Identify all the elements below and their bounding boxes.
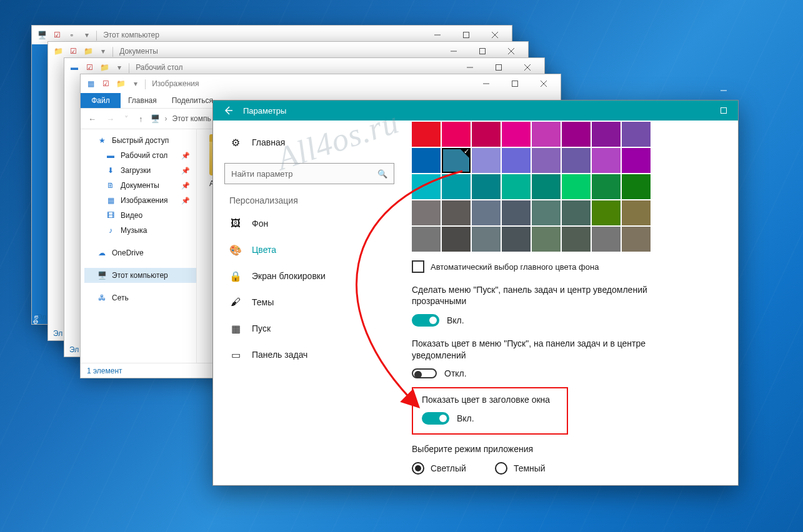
nav-colors[interactable]: 🎨Цвета — [224, 237, 394, 263]
color-swatch[interactable] — [412, 227, 441, 252]
qa-save-icon[interactable]: ☑ — [84, 62, 95, 73]
nav-home[interactable]: ⚙Главная — [224, 129, 394, 155]
toggle-show-color[interactable]: Откл. — [412, 368, 738, 378]
sidebar-onedrive[interactable]: ☁OneDrive — [84, 245, 196, 260]
search-placeholder: Найти параметр — [231, 169, 377, 179]
ribbon-home-tab[interactable]: Главная — [121, 93, 164, 108]
color-swatch[interactable] — [442, 148, 471, 173]
cloud-icon: ☁ — [97, 248, 107, 258]
sidebar-quick-access[interactable]: ★Быстрый доступ — [84, 133, 196, 148]
nav-fwd-icon[interactable]: → — [104, 114, 117, 124]
minimize-button[interactable] — [472, 74, 501, 93]
color-swatch[interactable] — [562, 122, 591, 147]
sidebar-item-documents[interactable]: 🗎Документы📌 — [84, 178, 196, 193]
color-swatch[interactable] — [592, 148, 621, 173]
qa-save-icon[interactable]: ☑ — [100, 78, 111, 89]
color-swatch[interactable] — [622, 174, 651, 199]
color-swatch[interactable] — [532, 227, 561, 252]
divider: │ — [94, 31, 99, 40]
qa-dropdown-icon[interactable]: ▾ — [114, 62, 125, 73]
nav-up-icon[interactable]: ↑ — [136, 114, 146, 124]
toggle-title-color[interactable]: Вкл. — [422, 412, 558, 425]
color-swatch[interactable] — [622, 227, 651, 252]
color-swatch[interactable] — [592, 227, 621, 252]
color-swatch[interactable] — [592, 122, 621, 147]
nav-background[interactable]: 🖼Фон — [224, 210, 394, 237]
color-swatch[interactable] — [562, 148, 591, 173]
qa-dropdown-icon[interactable]: ▾ — [81, 29, 92, 41]
color-swatch[interactable] — [442, 122, 471, 147]
qa-dropdown-icon[interactable]: ▾ — [130, 78, 141, 89]
checkbox-label: Автоматический выбор главного цвета фона — [431, 262, 599, 272]
ribbon-file-tab[interactable]: Файл — [81, 93, 121, 108]
color-swatch[interactable] — [442, 200, 471, 225]
color-swatch[interactable] — [532, 122, 561, 147]
color-swatch[interactable] — [472, 227, 501, 252]
color-swatch[interactable] — [592, 174, 621, 199]
color-swatch[interactable] — [412, 148, 441, 173]
color-swatch[interactable] — [412, 122, 441, 147]
search-input[interactable]: Найти параметр 🔍 — [224, 163, 394, 184]
nav-recent-icon[interactable]: ˅ — [122, 114, 131, 124]
color-swatch[interactable] — [412, 200, 441, 225]
settings-titlebar[interactable]: Параметры — [213, 101, 738, 121]
maximize-button[interactable] — [709, 101, 738, 121]
color-swatch[interactable] — [562, 227, 591, 252]
sidebar-item-downloads[interactable]: ⬇Загрузки📌 — [84, 163, 196, 178]
folder-small-icon: 📁 — [115, 78, 126, 89]
sidebar-this-pc[interactable]: 🖥️Этот компьютер — [84, 268, 196, 283]
color-swatch[interactable] — [472, 122, 501, 147]
nav-start[interactable]: ▦Пуск — [224, 315, 394, 342]
color-swatch[interactable] — [562, 200, 591, 225]
radio-light[interactable]: Светлый — [412, 462, 466, 475]
nav-taskbar[interactable]: ▭Панель задач — [224, 342, 394, 368]
color-swatch[interactable] — [532, 200, 561, 225]
color-swatch[interactable] — [532, 174, 561, 199]
color-swatch[interactable] — [472, 174, 501, 199]
brush-icon: 🖌 — [229, 297, 242, 308]
sidebar-item-pictures[interactable]: ▦Изображения📌 — [84, 193, 196, 208]
sidebar-network[interactable]: 🖧Сеть — [84, 290, 196, 305]
qa-dropdown-icon[interactable]: ▾ — [97, 46, 109, 57]
radio-dark[interactable]: Темный — [495, 462, 546, 475]
color-swatch[interactable] — [472, 200, 501, 225]
color-swatch[interactable] — [592, 200, 621, 225]
color-swatch[interactable] — [622, 122, 651, 147]
qa-icon[interactable]: ▫ — [66, 29, 77, 41]
sidebar-item-videos[interactable]: 🎞Видео — [84, 208, 196, 223]
color-swatch[interactable] — [532, 148, 561, 173]
breadcrumb-segment[interactable]: Этот компь — [172, 114, 211, 123]
color-swatch[interactable] — [502, 200, 531, 225]
color-swatch[interactable] — [622, 200, 651, 225]
titlebar[interactable]: ▦ ☑ 📁 ▾ │ Изображения — [81, 74, 561, 93]
color-swatch[interactable] — [412, 174, 441, 199]
minimize-button[interactable] — [709, 81, 738, 101]
maximize-button[interactable] — [501, 74, 529, 93]
sidebar-item-desktop[interactable]: ▬Рабочий стол📌 — [84, 148, 196, 163]
nav-label: Экран блокировки — [252, 271, 326, 281]
color-swatch[interactable] — [472, 148, 501, 173]
color-swatch[interactable] — [502, 122, 531, 147]
toggle-transparent[interactable]: Вкл. — [412, 314, 738, 327]
qa-save-icon[interactable]: ☑ — [51, 29, 62, 41]
sidebar-item-music[interactable]: ♪Музыка — [84, 223, 196, 238]
settings-window[interactable]: Параметры ⚙Главная Найти параметр 🔍 Перс… — [212, 100, 739, 486]
qa-save-icon[interactable]: ☑ — [67, 46, 79, 57]
pin-icon: 📌 — [181, 182, 190, 190]
color-swatch[interactable] — [502, 148, 531, 173]
nav-lockscreen[interactable]: 🔒Экран блокировки — [224, 263, 394, 289]
color-swatch[interactable] — [442, 174, 471, 199]
nav-back-icon[interactable]: ← — [86, 114, 99, 124]
back-button[interactable] — [213, 101, 243, 121]
auto-color-checkbox[interactable]: Автоматический выбор главного цвета фона — [412, 260, 738, 273]
breadcrumb[interactable]: 🖥️ › Этот компь — [151, 114, 211, 123]
section-heading: Персонализация — [229, 195, 394, 205]
color-swatch[interactable] — [502, 174, 531, 199]
lock-icon: 🔒 — [229, 270, 242, 282]
nav-themes[interactable]: 🖌Темы — [224, 289, 394, 315]
color-swatch[interactable] — [622, 148, 651, 173]
color-swatch[interactable] — [562, 174, 591, 199]
color-swatch[interactable] — [442, 227, 471, 252]
color-swatch[interactable] — [502, 227, 531, 252]
close-button[interactable] — [529, 74, 558, 93]
